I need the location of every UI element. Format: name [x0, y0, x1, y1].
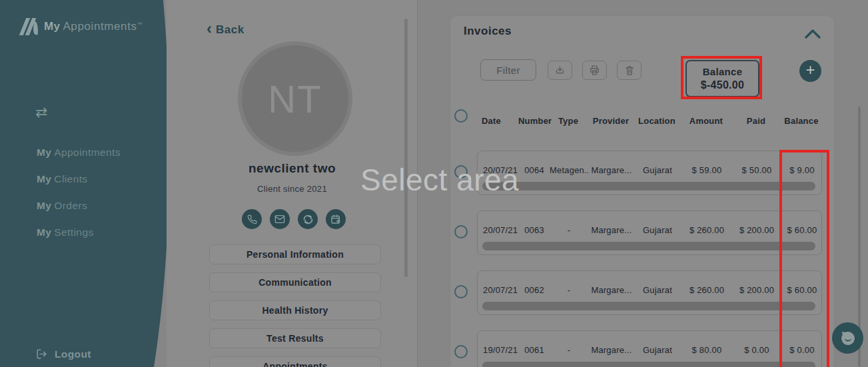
brand-logo: My Appointments ™ — [19, 17, 143, 36]
cell-paid: $ 200.00 — [733, 285, 780, 295]
row-radio[interactable] — [454, 225, 468, 238]
download-icon — [554, 65, 566, 76]
phone-button[interactable] — [242, 209, 262, 229]
cell-provider: Margare... — [588, 165, 635, 175]
logout-button[interactable]: Logout — [35, 348, 91, 360]
column-location: Location — [634, 116, 679, 126]
personal-information-button[interactable]: Personal Information — [209, 244, 381, 264]
sidebar-item-clients[interactable]: MyClients — [37, 173, 121, 187]
sidebar: My Appointments ™ ⇄ MyAppointments MyCli… — [0, 0, 173, 367]
sync-button[interactable] — [298, 209, 318, 229]
nav-prefix: My — [37, 226, 51, 238]
invoice-row-cells: 20/07/21 0063 - Margare... Gujarat $ 260… — [478, 224, 824, 236]
cell-amount: $ 80.00 — [680, 345, 733, 355]
nav-prefix: My — [37, 147, 51, 158]
row-horizontal-scrollbar[interactable] — [482, 362, 815, 367]
test-results-button[interactable]: Test Results — [209, 328, 381, 348]
invoice-row[interactable]: 20/07/21 0064 Metagen... Margare... Guja… — [477, 151, 822, 195]
sidebar-collapse-icon[interactable]: ⇄ — [35, 105, 47, 120]
profile-scrollbar[interactable] — [404, 19, 408, 277]
app-screen: My Appointments ™ ⇄ MyAppointments MyCli… — [0, 0, 868, 367]
cell-location: Gujarat — [635, 345, 680, 355]
cell-location: Gujarat — [635, 285, 680, 295]
back-link[interactable]: ‹ Back — [207, 22, 244, 38]
row-horizontal-scrollbar[interactable] — [482, 302, 815, 310]
filter-button[interactable]: Filter — [480, 59, 536, 81]
column-type: Type — [549, 116, 588, 126]
invoice-row-cells: 20/07/21 0062 - Margare... Gujarat $ 260… — [478, 284, 824, 296]
appointments-button[interactable]: Appointments — [209, 356, 381, 367]
printer-icon — [589, 65, 600, 76]
row-horizontal-scrollbar[interactable] — [482, 242, 815, 250]
health-history-button[interactable]: Health History — [209, 300, 381, 320]
back-label: Back — [216, 23, 244, 37]
cell-paid: $ 0.00 — [733, 345, 780, 355]
chevron-up-icon — [804, 29, 821, 39]
print-button[interactable] — [582, 61, 607, 80]
add-appointment-button[interactable] — [326, 209, 346, 229]
nav-prefix: My — [37, 173, 51, 184]
download-button[interactable] — [548, 61, 572, 80]
sidebar-nav: MyAppointments MyClients MyOrders MySett… — [37, 147, 121, 253]
cell-amount: $ 260.00 — [680, 225, 733, 235]
cell-number: 0063 — [519, 225, 550, 235]
cell-type: - — [550, 345, 588, 355]
nav-prefix: My — [37, 200, 51, 211]
balance-summary[interactable]: Balance $-450.00 — [685, 60, 759, 97]
cell-type: - — [550, 285, 588, 295]
sidebar-item-appointments[interactable]: MyAppointments — [37, 147, 121, 161]
cell-type: - — [550, 225, 588, 235]
collapse-panel-button[interactable] — [804, 29, 821, 42]
email-button[interactable] — [270, 209, 290, 229]
brand-my: My — [44, 20, 60, 33]
row-radio[interactable] — [454, 285, 468, 298]
email-icon — [274, 214, 285, 224]
communication-button[interactable]: Communication — [209, 272, 381, 292]
cell-number: 0064 — [519, 165, 550, 175]
row-horizontal-scrollbar[interactable] — [482, 182, 815, 190]
quick-actions — [242, 209, 346, 229]
cell-balance: $ 9.00 — [780, 165, 824, 175]
select-all-radio[interactable] — [454, 109, 468, 123]
row-radio[interactable] — [454, 345, 468, 358]
sidebar-item-settings[interactable]: MySettings — [37, 226, 121, 240]
chat-button[interactable] — [832, 322, 863, 354]
cell-paid: $ 200.00 — [733, 225, 780, 235]
chat-bubble-icon — [839, 329, 857, 348]
cell-balance: $ 0.00 — [780, 345, 824, 355]
cell-number: 0061 — [519, 345, 550, 355]
cell-balance: $ 60.00 — [780, 225, 824, 235]
column-amount: Amount — [679, 116, 733, 126]
cell-amount: $ 59.00 — [680, 165, 733, 175]
add-invoice-button[interactable]: + — [799, 60, 821, 82]
invoice-row[interactable]: 20/07/21 0063 - Margare... Gujarat $ 260… — [477, 210, 822, 255]
sidebar-item-orders[interactable]: MyOrders — [37, 200, 121, 214]
invoice-row[interactable]: 20/07/21 0062 - Margare... Gujarat $ 260… — [477, 270, 822, 315]
logout-label: Logout — [55, 348, 91, 360]
cell-location: Gujarat — [635, 225, 680, 235]
phone-icon — [247, 214, 257, 224]
brand-name: Appointments — [63, 20, 137, 33]
column-date: Date — [477, 116, 518, 126]
cell-date: 19/07/21 — [478, 345, 519, 355]
delete-button[interactable] — [617, 61, 642, 80]
cell-type: Metagen... — [550, 165, 588, 175]
calendar-add-icon — [330, 214, 341, 224]
invoice-row[interactable]: 19/07/21 0061 - Margare... Gujarat $ 80.… — [477, 330, 822, 367]
brand-logo-icon — [19, 17, 39, 36]
profile-sections: Personal Information Communication Healt… — [209, 244, 381, 367]
sync-icon — [302, 214, 314, 225]
nav-label: Orders — [54, 200, 87, 211]
trash-icon — [624, 65, 635, 76]
column-provider: Provider — [588, 116, 634, 126]
cell-date: 20/07/21 — [478, 225, 519, 235]
cell-balance: $ 60.00 — [780, 285, 824, 295]
brand-trademark: ™ — [137, 21, 143, 27]
avatar: NT — [238, 41, 352, 156]
column-balance: Balance — [779, 116, 823, 126]
invoices-title: Invoices — [464, 25, 512, 38]
nav-label: Clients — [54, 173, 87, 184]
cell-amount: $ 260.00 — [680, 285, 733, 295]
balance-value: $-450.00 — [701, 79, 745, 91]
cell-date: 20/07/21 — [478, 285, 519, 295]
